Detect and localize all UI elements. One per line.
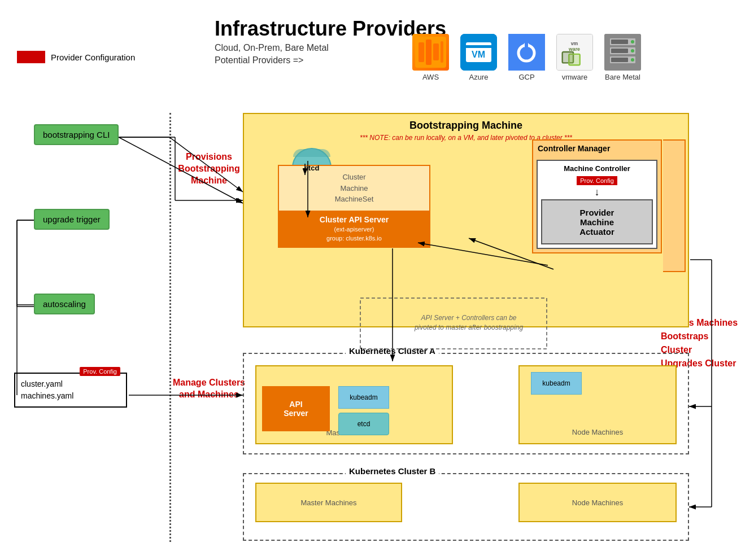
- kubeadm-node-box: kubeadm: [531, 372, 582, 395]
- provider-aws: AWS: [412, 34, 449, 81]
- kubeadm-master-box: kubeadm: [338, 386, 389, 409]
- cluster-api-server-box: Cluster API Server (ext-apiserver)group:…: [279, 211, 429, 247]
- k8s-cluster-b: Kubernetes Cluster B Master Machines Nod…: [243, 473, 689, 541]
- etcd-label: etcd: [304, 164, 320, 172]
- svg-rect-28: [611, 49, 628, 53]
- svg-rect-29: [611, 58, 628, 62]
- cluster-files-text: cluster.yamlmachines.yaml: [21, 378, 120, 402]
- prov-config-badge-cluster: Prov. Config: [80, 367, 120, 376]
- svg-text:vm: vm: [571, 41, 578, 46]
- master-machines-box: Master Machines APIServer kubeadm etcd: [255, 365, 453, 444]
- k8s-cluster-a-title: Kubernetes Cluster A: [346, 346, 439, 356]
- legend-label: Provider Configuration: [51, 53, 135, 62]
- prov-config-badge-controller: Prov. Config: [577, 176, 617, 185]
- manage-label: Manage Clustersand Machines: [172, 377, 246, 401]
- svg-rect-2: [426, 40, 431, 65]
- svg-rect-19: [569, 54, 579, 65]
- svg-rect-7: [466, 45, 491, 48]
- subtitle2: Potential Providers =>: [215, 55, 446, 65]
- provider-vmware: vm ware vmware: [556, 34, 593, 81]
- svg-rect-1: [419, 42, 424, 62]
- cluster-api-sub: (ext-apiserver)group: cluster.k8s.io: [326, 226, 382, 242]
- cluster-yaml-box: Prov. Config cluster.yamlmachines.yaml: [14, 373, 127, 408]
- master-machines-b: Master Machines: [255, 483, 402, 522]
- page: Infrastructure Providers Cloud, On-Prem,…: [0, 0, 741, 560]
- providers-area: AWS VM Azure: [412, 34, 641, 81]
- controller-manager-box: Controller Manager Machine Controller Pr…: [532, 139, 662, 253]
- machine-controller-box: Machine Controller Prov. Config ↓ Provid…: [537, 160, 657, 249]
- baremetal-label: Bare Metal: [605, 73, 640, 81]
- vmware-logo: vm ware: [556, 34, 593, 71]
- aws-logo: [412, 34, 449, 71]
- svg-text:VM: VM: [472, 50, 485, 59]
- cluster-machine-set-box: ClusterMachineMachineSet Cluster API Ser…: [278, 165, 430, 248]
- controller-manager-title: Controller Manager: [533, 141, 661, 156]
- provisions-label: ProvisionsBootstrappingMachine: [172, 151, 246, 186]
- vmware-label: vmware: [562, 73, 588, 81]
- svg-rect-4: [441, 41, 443, 63]
- pivot-note-text: API Server + Controllers can be pivoted …: [415, 314, 523, 331]
- node-machines-label: Node Machines: [520, 428, 675, 436]
- provider-actuator-box: ProviderMachineActuator: [541, 199, 653, 244]
- svg-point-24: [631, 40, 634, 43]
- dotted-divider: [169, 113, 171, 542]
- svg-point-26: [631, 58, 634, 62]
- cli-item: bootstrapping CLI: [34, 124, 119, 145]
- svg-rect-3: [433, 43, 439, 60]
- gcp-label: GCP: [518, 73, 534, 81]
- provider-baremetal: Bare Metal: [604, 34, 641, 81]
- svg-rect-12: [525, 38, 528, 53]
- gcp-logo: [508, 34, 545, 71]
- cluster-api-label: Cluster API Server: [320, 215, 389, 224]
- azure-logo: VM: [460, 34, 497, 71]
- svg-text:ware: ware: [568, 46, 580, 52]
- node-machines-b: Node Machines: [518, 483, 677, 522]
- k8s-cluster-b-title: Kubernetes Cluster B: [346, 466, 439, 476]
- node-machines-box: kubeadm Node Machines: [518, 365, 677, 444]
- actuator-label: ProviderMachineActuator: [579, 208, 614, 237]
- baremetal-logo: [604, 34, 641, 71]
- down-arrow-icon: ↓: [541, 186, 653, 198]
- provider-azure: VM Azure: [460, 34, 497, 81]
- master-b-label: Master Machines: [301, 498, 357, 507]
- subtitle1: Cloud, On-Prem, Bare Metal: [215, 43, 446, 53]
- etcd-master-box: etcd: [338, 413, 389, 435]
- pivot-note: API Server + Controllers can be pivoted …: [412, 313, 525, 333]
- machine-controller-title: Machine Controller: [541, 164, 653, 173]
- page-title: Infrastructure Providers: [215, 17, 446, 41]
- svg-point-25: [631, 49, 634, 53]
- api-server-box: APIServer: [262, 386, 330, 431]
- autoscaling-item: autoscaling: [34, 294, 95, 314]
- bootstrapping-title: Bootstrapping Machine: [244, 114, 688, 132]
- provider-gcp: GCP: [508, 34, 545, 81]
- legend-color-box: [17, 51, 45, 63]
- title-area: Infrastructure Providers Cloud, On-Prem,…: [215, 17, 446, 65]
- svg-rect-27: [611, 40, 628, 44]
- aws-label: AWS: [422, 73, 439, 81]
- k8s-cluster-a: Kubernetes Cluster A Master Machines API…: [243, 353, 689, 454]
- cluster-machine-set-label: ClusterMachineMachineSet: [279, 166, 429, 211]
- legend-area: Provider Configuration: [17, 51, 135, 63]
- bootstrapping-machine-box: Bootstrapping Machine *** NOTE: can be r…: [243, 113, 689, 327]
- controller-extension: [663, 139, 686, 272]
- node-b-label: Node Machines: [572, 498, 623, 507]
- upgrade-item: upgrade trigger: [34, 209, 110, 230]
- azure-label: Azure: [469, 73, 489, 81]
